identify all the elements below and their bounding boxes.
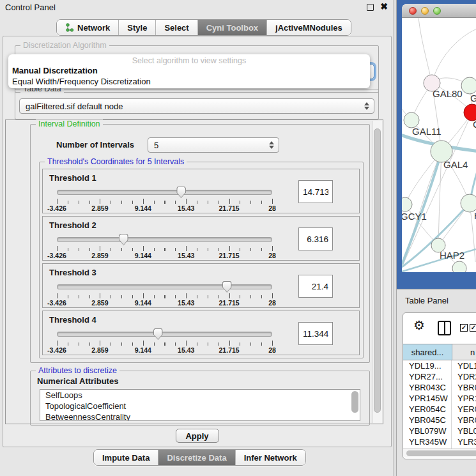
tick-label: 28	[268, 299, 276, 307]
table-horizontal-scrollbar[interactable]	[403, 449, 476, 457]
scrollbar-thumb[interactable]	[374, 128, 381, 413]
table-row[interactable]: YLR345WYLR3	[403, 436, 476, 447]
attribute-list-item[interactable]: SelfLoops	[40, 390, 360, 401]
tick-label: 9.144	[135, 204, 151, 212]
cell-shared-name[interactable]: YLR345W	[403, 436, 452, 447]
node-label: GAL11	[412, 126, 441, 137]
table-data-combobox[interactable]: galFiltered.sif default node	[19, 98, 374, 114]
cell-shared-name[interactable]: YER054C	[403, 404, 452, 415]
threshold-slider[interactable]	[57, 329, 272, 339]
table-row[interactable]: YBL079WYBL0	[403, 426, 476, 436]
minimize-traffic-light-icon[interactable]	[421, 7, 429, 15]
number-of-intervals-combobox[interactable]: 5	[148, 137, 279, 153]
list-scrollbar[interactable]	[351, 391, 358, 413]
threshold-value-input[interactable]	[298, 180, 333, 203]
node-label: HAP2	[440, 250, 464, 261]
close-icon[interactable]: ✖	[380, 1, 388, 12]
slider-thumb[interactable]	[119, 234, 128, 245]
cell-name[interactable]: YDL1	[452, 360, 476, 371]
tick-label: 15.43	[178, 204, 194, 212]
tick-label: 28	[268, 346, 276, 354]
close-traffic-light-icon[interactable]	[409, 7, 417, 15]
cell-name[interactable]: YDR2	[452, 371, 476, 382]
algorithm-dropdown-popup: Select algorithm to view settings Manual…	[8, 54, 370, 88]
cell-name[interactable]: YBR0	[452, 382, 476, 393]
combo-stepper-icon	[364, 99, 369, 113]
table-row[interactable]: YER054CYER0	[403, 404, 476, 415]
dropdown-placeholder-item[interactable]: Select algorithm to view settings	[8, 56, 370, 65]
tab-cyni-toolbox[interactable]: Cyni Toolbox	[198, 20, 267, 35]
cell-name[interactable]: YER0	[452, 404, 476, 415]
threshold-slider[interactable]	[57, 187, 272, 197]
slider-thumb[interactable]	[222, 281, 232, 293]
node-label: G	[470, 93, 476, 104]
slider-track[interactable]	[57, 332, 272, 337]
checkbox-icon[interactable]: ✓	[470, 324, 476, 332]
scrollbar-thumb[interactable]	[406, 450, 476, 456]
tab-discretize-data[interactable]: Discretize Data	[158, 450, 235, 465]
slider-track[interactable]	[57, 190, 272, 195]
slider-track[interactable]	[57, 284, 272, 289]
network-window[interactable]: GAL80 G C GAL11 GAL4 GCY1 H HAP2	[402, 4, 476, 272]
threshold-value-input[interactable]	[298, 227, 333, 250]
slider-track[interactable]	[57, 237, 272, 242]
interval-definition-group: Interval Definition Number of Intervals …	[30, 124, 370, 363]
cell-shared-name[interactable]: YBR043C	[403, 382, 452, 393]
table-data-group: Table Data galFiltered.sif default node	[15, 89, 379, 119]
cell-name[interactable]: YPR1	[452, 393, 476, 404]
threshold-value-input[interactable]	[298, 275, 333, 298]
gear-icon[interactable]: ⚙	[413, 319, 425, 332]
thresholds-group: Threshold's Coordinates for 5 Intervals …	[39, 162, 364, 358]
node-gcy1[interactable]	[402, 197, 412, 211]
cell-shared-name[interactable]: YDL19...	[403, 360, 452, 371]
table-row[interactable]: YBR045CYBR0	[403, 415, 476, 426]
node-label: GCY1	[402, 211, 427, 222]
tab-select[interactable]: Select	[156, 20, 197, 35]
tick-label: 2.859	[91, 204, 108, 212]
dropdown-item-equal-width-frequency[interactable]: Equal Width/Frequency Discretization	[12, 77, 151, 86]
tab-infer-network[interactable]: Infer Network	[236, 450, 305, 465]
network-canvas[interactable]: GAL80 G C GAL11 GAL4 GCY1 H HAP2	[402, 18, 476, 272]
slider-thumb[interactable]	[153, 328, 163, 340]
column-header-shared-name[interactable]: shared...	[403, 344, 452, 360]
cell-name[interactable]: YBL0	[452, 426, 476, 436]
tab-network[interactable]: Network	[57, 20, 119, 35]
cell-shared-name[interactable]: YBL079W	[403, 426, 452, 436]
cell-shared-name[interactable]: YPR145W	[403, 393, 452, 404]
tick-label: -3.426	[47, 346, 66, 354]
column-layout-icon[interactable]	[438, 321, 451, 335]
settings-vertical-scrollbar[interactable]	[372, 121, 382, 423]
tab-impute-data[interactable]: Impute Data	[94, 450, 158, 465]
tab-style[interactable]: Style	[119, 20, 156, 35]
attribute-list-item[interactable]: TopologicalCoefficient	[40, 401, 360, 411]
float-window-icon[interactable]	[367, 4, 374, 11]
checkbox-icon[interactable]: ✓	[460, 324, 468, 332]
zoom-traffic-light-icon[interactable]	[433, 7, 441, 15]
panel-title: Control Panel	[5, 3, 56, 12]
attribute-list-item[interactable]: BetweennessCentrality	[40, 411, 360, 421]
cell-shared-name[interactable]: YDR27...	[403, 371, 452, 382]
table-row[interactable]: YPR145WYPR1	[403, 393, 476, 404]
cell-name[interactable]: YLR3	[452, 436, 476, 447]
node-top-right[interactable]	[461, 77, 476, 94]
cell-shared-name[interactable]: YBR045C	[403, 415, 452, 426]
tick-label: 21.715	[219, 346, 240, 354]
numerical-attributes-list[interactable]: SelfLoopsTopologicalCoefficientBetweenne…	[40, 389, 360, 421]
threshold-value-input[interactable]	[298, 322, 333, 345]
slider-thumb[interactable]	[176, 187, 186, 198]
node-bottom[interactable]	[452, 261, 466, 272]
apply-button[interactable]: Apply	[176, 429, 219, 443]
tick-label: 28	[268, 204, 276, 212]
cell-name[interactable]: YBR0	[452, 415, 476, 426]
tab-jactivemnodules[interactable]: jActiveMNodules	[267, 20, 351, 35]
dropdown-item-manual-discretization[interactable]: Manual Discretization	[12, 66, 98, 75]
node-right-h[interactable]	[461, 194, 476, 212]
table-row[interactable]: YBR043CYBR0	[403, 382, 476, 393]
network-window-titlebar[interactable]	[402, 4, 476, 18]
threshold-slider[interactable]	[57, 282, 272, 292]
table-header: shared... n	[403, 344, 476, 360]
column-header-name[interactable]: n	[452, 344, 476, 360]
threshold-slider[interactable]	[57, 234, 272, 245]
table-row[interactable]: YDL19...YDL1	[403, 360, 476, 371]
table-row[interactable]: YDR27...YDR2	[403, 371, 476, 382]
